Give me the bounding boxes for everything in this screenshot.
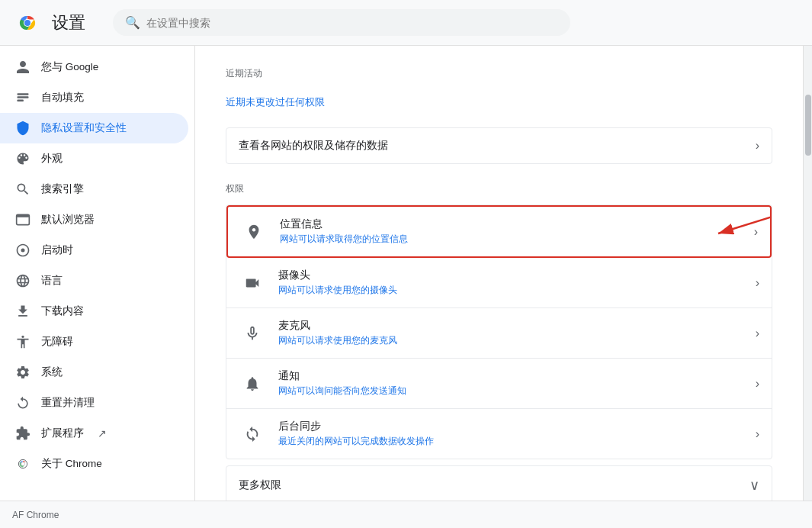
camera-permission-row[interactable]: 摄像头 网站可以请求使用您的摄像头 › (226, 258, 772, 308)
sidebar-item-autofill-label: 自动填充 (41, 91, 84, 105)
sidebar-item-reset-label: 重置并清理 (41, 396, 95, 410)
sidebar-item-appearance[interactable]: 外观 (0, 143, 188, 174)
reset-icon (15, 395, 30, 410)
sidebar-item-accessibility-label: 无障碍 (41, 335, 73, 349)
person-icon (15, 60, 30, 75)
svg-point-10 (21, 462, 25, 466)
sidebar-item-startup-label: 启动时 (41, 243, 73, 257)
permissions-section: 权限 位置信息 网站可以请求取得您的位置信息 › (226, 182, 772, 501)
sidebar-item-reset[interactable]: 重置并清理 (0, 388, 188, 418)
chrome-logo-icon (15, 11, 40, 35)
sidebar-item-autofill[interactable]: 自动填充 (0, 82, 188, 113)
bottom-bar-text: AF Chrome (12, 510, 59, 520)
sidebar-item-privacy-label: 隐私设置和安全性 (41, 121, 127, 135)
about-icon (15, 456, 30, 472)
extensions-icon (15, 426, 30, 441)
microphone-title: 麦克风 (278, 319, 749, 333)
sidebar-item-downloads[interactable]: 下载内容 (0, 296, 188, 327)
background-sync-content: 后台同步 最近关闭的网站可以完成数据收发操作 (278, 420, 749, 448)
location-title: 位置信息 (280, 217, 748, 231)
svg-rect-4 (18, 96, 29, 98)
sidebar-item-google[interactable]: 您与 Google (0, 52, 188, 82)
top-bar: 设置 🔍 (0, 0, 812, 46)
sidebar-item-downloads-label: 下载内容 (41, 304, 84, 318)
microphone-arrow-icon: › (756, 327, 759, 340)
sidebar-item-language-label: 语言 (41, 274, 63, 288)
camera-arrow-icon: › (756, 276, 759, 290)
startup-icon (15, 243, 30, 258)
sidebar-item-appearance-label: 外观 (41, 152, 63, 166)
microphone-subtitle: 网站可以请求使用您的麦克风 (278, 334, 749, 347)
background-sync-subtitle: 最近关闭的网站可以完成数据收发操作 (278, 435, 749, 448)
background-sync-title: 后台同步 (278, 420, 749, 433)
sidebar-item-startup[interactable]: 启动时 (0, 235, 188, 266)
main-layout: 您与 Google 自动填充 隐私设置和安全性 外观 搜索引擎 (0, 46, 812, 501)
search-bar[interactable]: 🔍 (113, 9, 570, 36)
sidebar-item-language[interactable]: 语言 (0, 266, 188, 296)
search-engine-icon (15, 182, 30, 197)
sidebar: 您与 Google 自动填充 隐私设置和安全性 外观 搜索引擎 (0, 46, 195, 501)
sidebar-item-system[interactable]: 系统 (0, 357, 188, 388)
recent-activity-message: 近期未更改过任何权限 (226, 89, 772, 115)
notifications-subtitle: 网站可以询问能否向您发送通知 (278, 385, 749, 398)
more-permissions-chevron-icon: ∨ (749, 477, 759, 494)
language-icon (15, 273, 30, 288)
location-arrow-icon: › (754, 225, 758, 239)
notifications-icon (239, 370, 266, 398)
camera-title: 摄像头 (278, 269, 749, 282)
background-sync-arrow-icon: › (756, 427, 759, 441)
background-sync-permission-row[interactable]: 后台同步 最近关闭的网站可以完成数据收发操作 › (226, 409, 772, 459)
location-row-wrapper: 位置信息 网站可以请求取得您的位置信息 › (226, 205, 772, 258)
content-area: 近期活动 近期未更改过任何权限 查看各网站的权限及储存的数据 › 权限 (195, 46, 803, 501)
svg-rect-5 (18, 100, 24, 102)
sidebar-item-google-label: 您与 Google (41, 60, 98, 74)
microphone-icon (239, 320, 266, 347)
search-input[interactable] (146, 17, 558, 29)
background-sync-icon (239, 420, 266, 448)
appearance-icon (15, 151, 30, 166)
sidebar-item-system-label: 系统 (41, 365, 63, 379)
scrollbar-thumb[interactable] (805, 95, 811, 156)
notifications-title: 通知 (278, 369, 749, 383)
svg-rect-7 (17, 214, 30, 217)
view-all-title: 查看各网站的权限及储存的数据 (239, 139, 749, 153)
svg-point-2 (24, 20, 30, 26)
sidebar-item-search-label: 搜索引擎 (41, 182, 84, 196)
sidebar-item-about-label: 关于 Chrome (41, 457, 102, 471)
location-icon (240, 218, 268, 246)
notifications-arrow-icon: › (756, 377, 759, 391)
location-permission-row[interactable]: 位置信息 网站可以请求取得您的位置信息 › (226, 205, 772, 258)
view-all-content: 查看各网站的权限及储存的数据 (239, 139, 749, 153)
sidebar-item-extensions-label: 扩展程序 (41, 427, 84, 440)
shield-icon (15, 121, 30, 136)
location-content: 位置信息 网站可以请求取得您的位置信息 (280, 217, 748, 246)
sidebar-item-accessibility[interactable]: 无障碍 (0, 327, 188, 357)
bottom-bar: AF Chrome (0, 501, 812, 528)
view-all-sites-row[interactable]: 查看各网站的权限及储存的数据 › (226, 127, 772, 164)
search-icon: 🔍 (125, 15, 140, 30)
more-permissions-row[interactable]: 更多权限 ∨ (226, 465, 772, 501)
sidebar-item-privacy[interactable]: 隐私设置和安全性 (0, 113, 188, 143)
scrollbar[interactable] (803, 46, 812, 501)
permissions-title: 权限 (226, 182, 772, 195)
sidebar-item-extensions[interactable]: 扩展程序 ↗ (0, 418, 188, 449)
system-icon (15, 365, 30, 380)
sidebar-item-search[interactable]: 搜索引擎 (0, 174, 188, 204)
sidebar-item-browser-label: 默认浏览器 (41, 213, 95, 227)
page-title: 设置 (52, 11, 85, 34)
external-link-icon: ↗ (98, 427, 107, 439)
view-all-arrow-icon: › (756, 139, 759, 153)
svg-rect-3 (18, 93, 29, 95)
sidebar-item-about[interactable]: 关于 Chrome (0, 449, 188, 479)
browser-icon (15, 212, 30, 227)
sidebar-item-browser[interactable]: 默认浏览器 (0, 204, 188, 235)
camera-subtitle: 网站可以请求使用您的摄像头 (278, 284, 749, 297)
permissions-group: 位置信息 网站可以请求取得您的位置信息 › (226, 204, 772, 459)
download-icon (15, 304, 30, 319)
microphone-permission-row[interactable]: 麦克风 网站可以请求使用您的麦克风 › (226, 308, 772, 359)
autofill-icon (15, 90, 30, 105)
recent-activity-title: 近期活动 (226, 67, 772, 80)
more-permissions-title: 更多权限 (239, 478, 749, 492)
recent-activity-section: 近期活动 近期未更改过任何权限 (226, 67, 772, 115)
notifications-permission-row[interactable]: 通知 网站可以询问能否向您发送通知 › (226, 359, 772, 409)
